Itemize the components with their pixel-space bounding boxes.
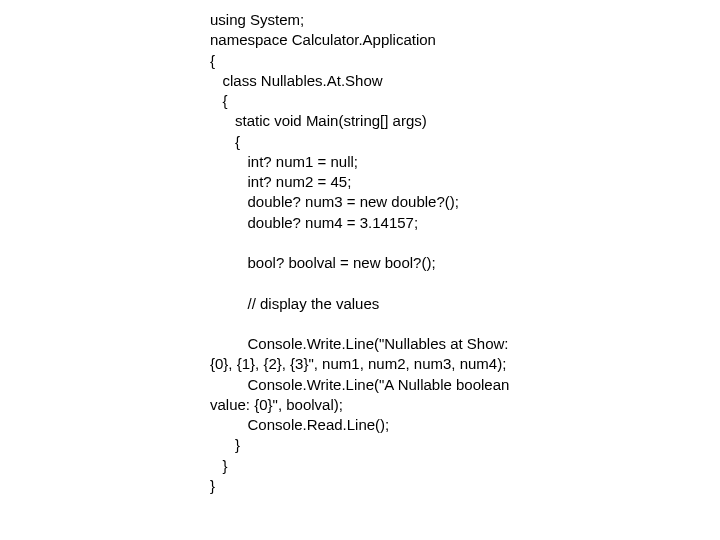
code-line: { <box>210 133 240 150</box>
code-line: } <box>210 477 215 494</box>
code-line: Console.Write.Line("Nullables at Show: {… <box>210 335 513 372</box>
code-line: // display the values <box>210 295 379 312</box>
code-line: bool? boolval = new bool?(); <box>210 254 436 271</box>
code-line: class Nullables.At.Show <box>210 72 383 89</box>
code-line: } <box>210 457 228 474</box>
code-line: static void Main(string[] args) <box>210 112 427 129</box>
code-line: double? num3 = new double?(); <box>210 193 459 210</box>
code-line: Console.Write.Line("A Nullable boolean v… <box>210 376 514 413</box>
code-line: namespace Calculator.Application <box>210 31 436 48</box>
code-line: double? num4 = 3.14157; <box>210 214 418 231</box>
code-snippet: using System; namespace Calculator.Appli… <box>0 0 510 496</box>
code-line: int? num2 = 45; <box>210 173 351 190</box>
code-line: { <box>210 52 215 69</box>
code-line: { <box>210 92 228 109</box>
code-line: int? num1 = null; <box>210 153 358 170</box>
code-line: using System; <box>210 11 304 28</box>
code-line: } <box>210 436 240 453</box>
code-line: Console.Read.Line(); <box>210 416 389 433</box>
